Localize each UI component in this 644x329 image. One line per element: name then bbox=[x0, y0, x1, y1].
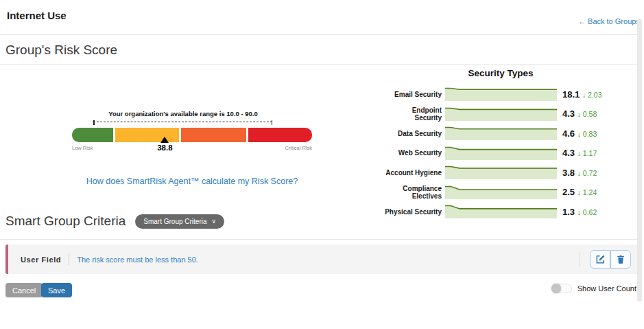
gauge-segment-critical bbox=[248, 128, 312, 142]
divider bbox=[580, 252, 580, 267]
vertical-scrollbar[interactable] bbox=[637, 19, 642, 302]
smartrisk-calc-link[interactable]: How does SmartRisk Agent™ calculate my R… bbox=[72, 177, 312, 186]
divider bbox=[0, 34, 639, 35]
page-title: Internet Use bbox=[7, 10, 67, 21]
security-type-value: 4.3 ↓ 0.58 bbox=[562, 109, 597, 119]
criteria-field-name: User Field bbox=[21, 256, 61, 264]
security-types-chart: Security Types Email Security18.1 ↓ 2.03… bbox=[384, 68, 644, 222]
security-type-delta: ↓ 1.24 bbox=[577, 188, 597, 196]
security-type-value: 3.8 ↓ 0.72 bbox=[562, 168, 597, 178]
criteria-dropdown-label: Smart Group Criteria bbox=[143, 218, 206, 225]
security-type-row: Physical Security1.3 ↓ 0.62 bbox=[384, 202, 644, 222]
criteria-description-link[interactable]: The risk score must be less than 50. bbox=[77, 256, 198, 264]
divider bbox=[0, 239, 639, 240]
security-type-label: Data Security bbox=[384, 130, 442, 137]
gauge-low-label: Low Risk bbox=[72, 145, 93, 151]
security-type-sparkline bbox=[445, 146, 557, 160]
security-type-score: 3.8 bbox=[562, 168, 577, 178]
security-type-row: Email Security18.1 ↓ 2.03 bbox=[384, 84, 644, 104]
gauge-range-label: Your organization's available range is 1… bbox=[63, 110, 303, 117]
security-type-label: Physical Security bbox=[384, 208, 442, 216]
gauge-segment-high bbox=[181, 128, 246, 142]
security-type-score: 4.6 bbox=[562, 128, 577, 139]
chevron-down-icon: ∨ bbox=[212, 218, 217, 225]
security-type-row: Web Security4.3 ↓ 1.17 bbox=[384, 144, 644, 163]
security-type-row: Account Hygiene3.8 ↓ 0.72 bbox=[384, 163, 644, 183]
security-type-value: 4.6 ↓ 0.83 bbox=[562, 128, 597, 139]
criteria-header: Smart Group Criteria Smart Group Criteri… bbox=[5, 214, 224, 229]
criteria-row-user-field: User Field The risk score must be less t… bbox=[5, 245, 639, 274]
security-type-score: 18.1 bbox=[562, 89, 582, 100]
gauge-bar bbox=[72, 128, 312, 142]
show-user-count-control: Show User Count bbox=[551, 284, 636, 293]
gauge-score-value: 38.8 bbox=[151, 144, 178, 152]
security-type-sparkline bbox=[445, 126, 557, 140]
security-type-label: Email Security bbox=[384, 91, 442, 98]
security-type-value: 4.3 ↓ 1.17 bbox=[562, 148, 597, 158]
security-type-value: 1.3 ↓ 0.62 bbox=[562, 207, 597, 217]
risk-gauge: Your organization's available range is 1… bbox=[72, 110, 312, 158]
security-type-score: 1.3 bbox=[562, 207, 577, 217]
security-type-score: 2.5 bbox=[562, 187, 577, 197]
show-user-count-label: Show User Count bbox=[577, 284, 636, 293]
security-type-row: Data Security4.6 ↓ 0.83 bbox=[384, 124, 644, 144]
gauge-segment-low bbox=[72, 128, 113, 142]
security-types-title: Security Types bbox=[384, 68, 617, 78]
gauge-score-marker-icon bbox=[160, 137, 169, 143]
security-type-value: 18.1 ↓ 2.03 bbox=[562, 89, 602, 100]
trash-icon bbox=[616, 254, 625, 264]
page: Internet Use ← Back to Groups Group's Ri… bbox=[0, 0, 644, 329]
divider bbox=[0, 64, 639, 65]
security-type-delta: ↓ 0.62 bbox=[577, 208, 597, 216]
criteria-dropdown-button[interactable]: Smart Group Criteria ∨ bbox=[135, 214, 224, 229]
show-user-count-toggle[interactable] bbox=[551, 284, 572, 293]
gauge-critical-label: Critical Risk bbox=[285, 145, 312, 151]
gauge-range-line bbox=[93, 122, 272, 122]
security-type-delta: ↓ 0.72 bbox=[577, 169, 597, 177]
security-type-sparkline bbox=[445, 166, 557, 179]
security-type-sparkline bbox=[445, 87, 557, 101]
security-type-sparkline bbox=[445, 205, 557, 218]
security-type-label: Compliance Electives bbox=[384, 185, 442, 200]
security-type-row: Endpoint Security4.3 ↓ 0.58 bbox=[384, 104, 644, 124]
security-type-score: 4.3 bbox=[562, 109, 577, 119]
criteria-section-title: Smart Group Criteria bbox=[5, 214, 126, 229]
divider bbox=[69, 253, 69, 265]
toggle-knob-icon bbox=[551, 284, 561, 293]
risk-score-section-title: Group's Risk Score bbox=[5, 43, 117, 58]
security-type-value: 2.5 ↓ 1.24 bbox=[562, 187, 597, 197]
security-type-sparkline bbox=[445, 107, 557, 121]
criteria-row-actions bbox=[580, 250, 631, 269]
security-type-delta: ↓ 0.83 bbox=[577, 130, 597, 138]
save-button[interactable]: Save bbox=[41, 283, 72, 297]
security-type-delta: ↓ 1.17 bbox=[577, 149, 597, 157]
cancel-button[interactable]: Cancel bbox=[5, 283, 43, 297]
gauge-segment-medium bbox=[115, 128, 179, 142]
security-types-rows: Email Security18.1 ↓ 2.03Endpoint Securi… bbox=[384, 84, 644, 222]
edit-criteria-button[interactable] bbox=[590, 250, 610, 269]
edit-pencil-icon bbox=[595, 254, 606, 264]
delete-criteria-button[interactable] bbox=[610, 250, 631, 269]
security-type-delta: ↓ 0.58 bbox=[577, 110, 597, 118]
security-type-delta: ↓ 2.03 bbox=[582, 91, 602, 99]
security-type-score: 4.3 bbox=[562, 148, 577, 158]
security-type-label: Web Security bbox=[384, 149, 442, 157]
security-type-label: Account Hygiene bbox=[384, 169, 442, 177]
security-type-label: Endpoint Security bbox=[384, 106, 442, 122]
back-to-groups-link[interactable]: ← Back to Groups bbox=[578, 17, 640, 25]
security-type-sparkline bbox=[445, 185, 557, 199]
security-type-row: Compliance Electives2.5 ↓ 1.24 bbox=[384, 183, 644, 203]
